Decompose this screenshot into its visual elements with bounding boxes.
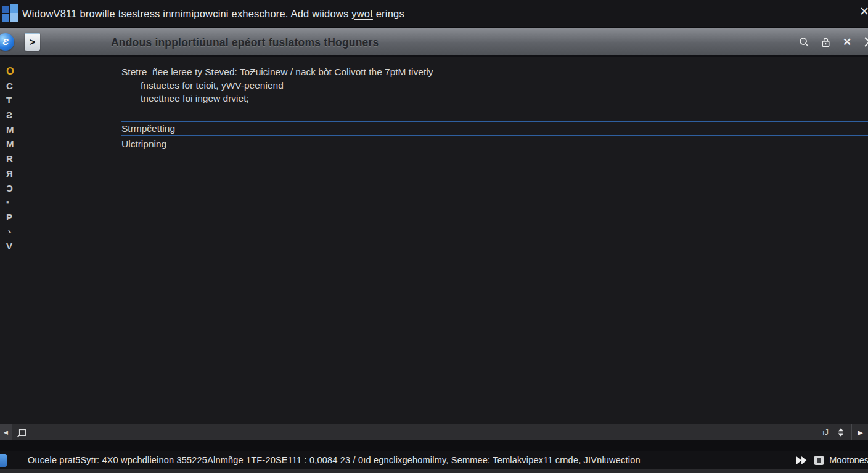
run-console-icon[interactable]: > [25,33,40,51]
scrollbar-right-label: ıJ [822,424,829,440]
scroll-left-arrow-icon[interactable]: ◀ [0,424,12,440]
fast-forward-icon[interactable] [795,456,809,465]
close-tab-icon[interactable]: ✕ [840,35,854,49]
status-text: Oucele prat5Sytr: 4X0 wpchdlieinon 35522… [28,455,641,465]
toolbar-title: Andous inpplortiúunal epéort fuslatoms t… [111,28,379,55]
horizontal-scrollbar[interactable]: ◀ ıJ ▶ [0,424,868,440]
search-icon[interactable] [797,35,811,49]
window-title-suffix: erings [373,8,404,19]
window-title-underlined-word: ywot [351,8,373,19]
status-app-icon [0,454,7,467]
content-panel: Stetre ñee leree ty Steved: ToƵuicinew /… [112,57,868,151]
chevron-right-icon[interactable] [862,35,868,49]
sidebar-item-0[interactable]: O [0,64,111,79]
sidebar-item-10[interactable]: P [0,210,111,225]
status-right-group: Mootones. [795,451,868,469]
content-line-3: tnecttnee foi ingew drviet; [141,92,868,105]
sidebar-item-1[interactable]: C [0,79,111,94]
sidebar-item-7[interactable]: Я [0,166,111,181]
window-title-text: WidowV811 browille tsestress inrnimipowc… [22,8,351,19]
toolbar-icon-group: ✕ [797,28,868,55]
toolbar: Ɛ > Andous inpplortiúunal epéort fuslato… [0,27,868,57]
bottom-edge-strip [0,469,868,473]
sidebar-item-2[interactable]: T [0,93,111,108]
play-icon[interactable]: ▶ [853,424,868,440]
sidebar-item-4[interactable]: M [0,123,111,137]
close-icon[interactable]: ✕ [856,4,868,20]
sidebar-item-9[interactable]: ▪ [0,195,111,210]
sidebar-item-3[interactable]: Ƨ [0,108,111,123]
lock-icon[interactable] [819,35,832,49]
content-line-1: Stetre ñee leree ty Steved: ToƵuicinew /… [121,65,868,79]
layers-icon[interactable] [830,424,852,440]
sidebar-item-8[interactable]: Ɔ [0,181,111,196]
status-right-label: Mootones. [829,455,868,465]
sidebar-item-11[interactable]: ◔ [0,225,111,240]
bottom-gap-strip [0,440,868,451]
sidebar-item-6[interactable]: R [0,152,111,166]
sidebar-item-12[interactable]: V [0,239,111,254]
list-row[interactable]: Ulctripning [121,137,868,151]
window-title: WidowV811 browille tsestress inrnimipowc… [22,8,868,20]
sidebar-item-5[interactable]: M [0,137,111,152]
main-area: O C T Ƨ M M R Я Ɔ ▪ P ◔ V Stetre ñee ler… [0,57,868,424]
title-bar: WidowV811 browille tsestress inrnimipowc… [0,0,868,27]
windows-logo-icon [2,6,18,22]
status-bar: Oucele prat5Sytr: 4X0 wpchdlieinon 35522… [0,451,868,469]
content-line-2: fnstuetes for teioit, yWV-peeniend [141,79,868,92]
document-icon[interactable] [814,456,824,465]
zoom-icon[interactable] [17,427,27,438]
selected-list-row[interactable]: Strmpčetting [121,121,868,137]
sidebar: O C T Ƨ M M R Я Ɔ ▪ P ◔ V [0,64,111,254]
app-logo-icon[interactable]: Ɛ [0,33,14,51]
